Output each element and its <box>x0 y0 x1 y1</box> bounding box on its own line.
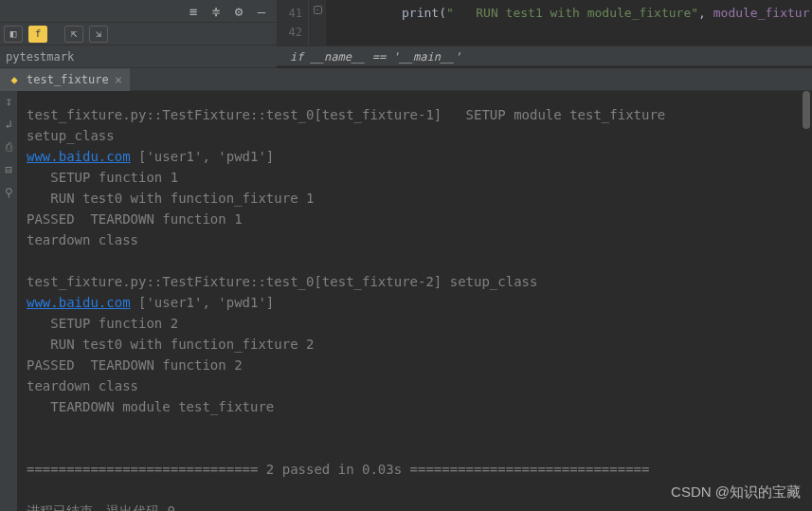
gutter-line-41: 41 <box>277 4 302 23</box>
console-line: setup_class <box>27 128 115 143</box>
console-line: 进程已结束，退出代码 0 <box>27 503 175 511</box>
fold-end-icon[interactable]: - <box>314 6 322 14</box>
vertical-scrollbar[interactable] <box>803 91 810 129</box>
view-fields-icon[interactable]: f <box>28 26 47 43</box>
structure-toolbar: ≡ ≑ ⚙ — <box>0 0 277 23</box>
filter-icon[interactable]: ≑ <box>208 4 224 19</box>
hide-icon[interactable]: — <box>254 4 269 19</box>
gutter-line-42: 42 <box>277 23 302 42</box>
fold-column: - <box>309 0 326 46</box>
console-line: ['user1', 'pwd1'] <box>131 295 275 310</box>
console-line: ============================= 2 passed i… <box>27 462 649 477</box>
structure-item-pytestmark[interactable]: pytestmark <box>0 46 277 68</box>
breadcrumb-hint[interactable]: if __name__ == '__main__' <box>277 46 812 66</box>
code-editor[interactable]: print(" RUN test1 with module_fixture", … <box>326 0 812 46</box>
run-tab-bar: ◆ test_fixture × <box>0 68 812 91</box>
structure-panel: ≡ ≑ ⚙ — ◧ f ⇱ ⇲ pytestmark <box>0 0 277 68</box>
structure-view-toolbar: ◧ f ⇱ ⇲ <box>0 23 277 46</box>
expand-all-icon[interactable]: ⇱ <box>64 26 83 43</box>
console-line: SETUP function 2 <box>27 316 178 331</box>
console-panel: ↧ ↲ ⎙ ⊟ ⚲ test_fixture.py::TestFixture::… <box>0 91 812 511</box>
console-line: test_fixture.py::TestFixture::test_0[tes… <box>27 107 665 122</box>
collapse-all-icon[interactable]: ⇲ <box>89 26 108 43</box>
editor-area: 41 42 - print(" RUN test1 with module_fi… <box>277 0 812 68</box>
code-fn-print: print <box>402 6 439 20</box>
console-line: RUN test0 with function_fixture 2 <box>27 337 314 352</box>
run-tab-label: test_fixture <box>27 73 109 86</box>
console-line: teardown class <box>27 232 138 247</box>
console-line: test_fixture.py::TestFixture::test_0[tes… <box>27 274 537 289</box>
console-line: ['user1', 'pwd1'] <box>131 149 275 164</box>
console-line: SETUP function 1 <box>27 170 178 185</box>
console-line: PASSED TEARDOWN function 2 <box>27 357 243 373</box>
soft-wrap-icon[interactable]: ↲ <box>2 118 15 131</box>
console-line: TEARDOWN module test_fixture <box>27 399 274 414</box>
console-link[interactable]: www.baidu.com <box>27 149 131 164</box>
scroll-to-end-icon[interactable]: ↧ <box>2 95 15 108</box>
close-icon[interactable]: × <box>115 72 122 87</box>
code-paren: ( <box>439 6 446 20</box>
watermark: CSDN @知识的宝藏 <box>671 484 801 502</box>
console-line: RUN test0 with function_fixture 1 <box>27 191 314 206</box>
sort-icon[interactable]: ≡ <box>186 4 201 19</box>
run-tab-test_fixture[interactable]: ◆ test_fixture × <box>0 68 130 91</box>
console-toolbar: ↧ ↲ ⎙ ⊟ ⚲ <box>0 91 17 511</box>
python-icon: ◆ <box>8 73 21 86</box>
view-mode-1-icon[interactable]: ◧ <box>4 26 23 43</box>
editor-gutter: 41 42 <box>277 0 309 46</box>
gear-icon[interactable]: ⚙ <box>231 4 246 19</box>
clear-icon[interactable]: ⊟ <box>2 163 15 176</box>
console-line: teardown class <box>27 378 138 393</box>
breadcrumb-text: if __name__ == '__main__' <box>290 50 461 64</box>
console-output[interactable]: test_fixture.py::TestFixture::test_0[tes… <box>17 91 812 511</box>
print-icon[interactable]: ⎙ <box>2 140 15 154</box>
structure-item-label: pytestmark <box>6 50 74 64</box>
code-string-literal: " RUN test1 with module_fixture" <box>446 6 698 20</box>
code-var: module_fixtur <box>713 6 810 20</box>
code-comma: , <box>698 6 713 20</box>
filter-output-icon[interactable]: ⚲ <box>2 186 15 199</box>
console-link[interactable]: www.baidu.com <box>27 295 131 310</box>
console-line: PASSED TEARDOWN function 1 <box>27 211 243 227</box>
